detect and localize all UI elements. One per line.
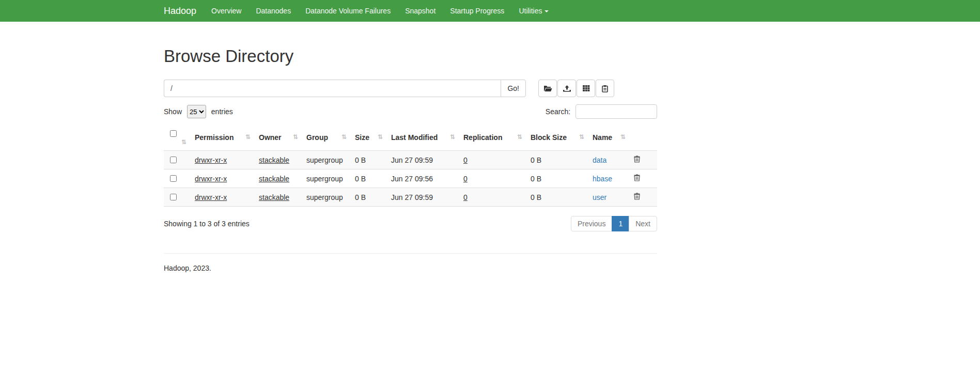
nav-item-overview[interactable]: Overview [204, 0, 248, 22]
sort-icon: ⇅ [181, 138, 186, 146]
header-group[interactable]: Group ⇅ [302, 124, 351, 151]
pagination-next[interactable]: Next [629, 216, 657, 231]
nav-item-startup-progress[interactable]: Startup Progress [443, 0, 511, 22]
header-size-label: Size [355, 133, 369, 142]
pagination-previous[interactable]: Previous [571, 216, 612, 231]
last-modified-cell: Jun 27 09:59 [391, 193, 433, 201]
directory-link[interactable]: hbase [593, 175, 612, 183]
header-permission-label: Permission [195, 133, 234, 142]
directory-link[interactable]: data [593, 156, 606, 164]
block-size-cell: 0 B [531, 156, 541, 164]
delete-button[interactable] [634, 156, 640, 164]
size-cell: 0 B [355, 156, 366, 164]
header-owner-label: Owner [259, 133, 282, 142]
header-size[interactable]: Size ⇅ [351, 124, 387, 151]
footer-divider [164, 253, 657, 254]
cloud-upload-icon [563, 85, 571, 92]
sort-icon: ⇅ [517, 133, 522, 141]
header-replication[interactable]: Replication ⇅ [459, 124, 526, 151]
size-cell: 0 B [355, 193, 366, 201]
replication-cell[interactable]: 0 [463, 175, 468, 183]
header-permission[interactable]: Permission ⇅ [191, 124, 255, 151]
size-cell: 0 B [355, 175, 366, 183]
replication-cell[interactable]: 0 [463, 193, 468, 201]
nav-item-datanode-volume-failures[interactable]: Datanode Volume Failures [298, 0, 398, 22]
nav-item-snapshot[interactable]: Snapshot [398, 0, 443, 22]
directory-link[interactable]: user [593, 193, 606, 201]
paste-icon [601, 85, 609, 92]
header-block-size-label: Block Size [531, 133, 567, 142]
owner-cell[interactable]: stackable [259, 175, 289, 183]
header-group-label: Group [306, 133, 328, 142]
table-row: drwxr-xr-x stackable supergroup 0 B Jun … [164, 169, 657, 188]
sort-icon: ⇅ [293, 133, 298, 141]
directory-path-input[interactable] [164, 80, 501, 97]
nav-item-datanodes[interactable]: Datanodes [248, 0, 298, 22]
permission-cell[interactable]: drwxr-xr-x [195, 193, 227, 201]
show-label: Show [164, 107, 182, 116]
trash-icon [634, 194, 640, 201]
table-header-row: ⇅ Permission ⇅ Owner ⇅ Group ⇅ Size ⇅ [164, 124, 657, 151]
delete-button[interactable] [634, 174, 640, 183]
owner-cell[interactable]: stackable [259, 193, 289, 201]
sort-icon: ⇅ [378, 133, 383, 141]
header-owner[interactable]: Owner ⇅ [255, 124, 302, 151]
block-size-cell: 0 B [531, 175, 541, 183]
page-size-select[interactable]: 25 [187, 105, 206, 118]
search-input[interactable] [575, 104, 657, 119]
path-bar: Go! [164, 80, 657, 97]
footer-text: Hadoop, 2023. [164, 264, 657, 272]
search-control: Search: [546, 104, 657, 119]
permission-cell[interactable]: drwxr-xr-x [195, 175, 227, 183]
header-last-modified[interactable]: Last Modified ⇅ [387, 124, 459, 151]
sort-icon: ⇅ [245, 133, 251, 141]
replication-cell[interactable]: 0 [463, 156, 468, 164]
show-entries-control: Show 25 entries [164, 105, 233, 118]
entries-label: entries [211, 107, 233, 116]
select-all-checkbox[interactable] [170, 130, 177, 137]
group-cell[interactable]: supergroup [306, 156, 343, 164]
nav-item-utilities[interactable]: Utilities [511, 0, 555, 22]
row-checkbox[interactable] [170, 157, 177, 163]
owner-cell[interactable]: stackable [259, 156, 289, 164]
table-controls: Show 25 entries Search: [164, 104, 657, 119]
pagination-page-1[interactable]: 1 [612, 216, 629, 231]
row-checkbox[interactable] [170, 175, 177, 182]
header-actions [630, 124, 657, 151]
caret-down-icon [545, 10, 549, 12]
header-last-modified-label: Last Modified [391, 133, 438, 142]
table-icon [582, 85, 590, 92]
entries-info: Showing 1 to 3 of 3 entries [164, 220, 250, 228]
top-navbar: Hadoop Overview Datanodes Datanode Volum… [0, 0, 980, 22]
folder-open-icon [543, 85, 552, 92]
paste-button[interactable] [596, 80, 614, 97]
sort-icon: ⇅ [579, 133, 584, 141]
header-replication-label: Replication [463, 133, 502, 142]
directory-table: ⇅ Permission ⇅ Owner ⇅ Group ⇅ Size ⇅ [164, 124, 657, 207]
file-operations-button[interactable] [577, 80, 595, 97]
group-cell[interactable]: supergroup [306, 175, 343, 183]
group-cell[interactable]: supergroup [306, 193, 343, 201]
search-label: Search: [546, 107, 570, 116]
header-select-all[interactable]: ⇅ [164, 124, 191, 151]
block-size-cell: 0 B [531, 193, 541, 201]
create-directory-button[interactable] [538, 80, 557, 97]
sort-icon: ⇅ [620, 133, 626, 141]
sort-icon: ⇅ [341, 133, 347, 141]
header-name[interactable]: Name ⇅ [588, 124, 630, 151]
page-title: Browse Directory [164, 46, 657, 66]
table-row: drwxr-xr-x stackable supergroup 0 B Jun … [164, 151, 657, 169]
header-name-label: Name [593, 133, 612, 142]
last-modified-cell: Jun 27 09:59 [391, 156, 433, 164]
header-block-size[interactable]: Block Size ⇅ [526, 124, 588, 151]
upload-files-button[interactable] [557, 80, 576, 97]
table-footer: Showing 1 to 3 of 3 entries Previous 1 N… [164, 216, 657, 231]
row-checkbox[interactable] [170, 194, 177, 200]
table-row: drwxr-xr-x stackable supergroup 0 B Jun … [164, 188, 657, 207]
delete-button[interactable] [634, 193, 640, 201]
trash-icon [634, 157, 640, 164]
trash-icon [634, 175, 640, 183]
permission-cell[interactable]: drwxr-xr-x [195, 156, 227, 164]
pagination: Previous 1 Next [571, 216, 657, 231]
go-button[interactable]: Go! [501, 80, 526, 97]
